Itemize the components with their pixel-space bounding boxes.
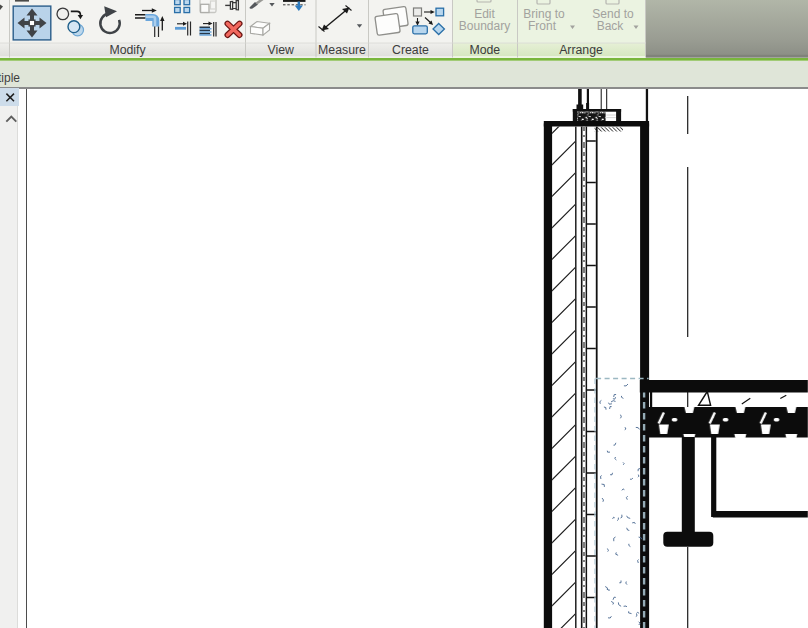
svg-text:Front: Front	[528, 19, 557, 33]
svg-text:Create: Create	[392, 43, 429, 57]
svg-text:Mode: Mode	[469, 43, 500, 57]
svg-text:Boundary: Boundary	[459, 19, 510, 33]
svg-text:Measure: Measure	[318, 43, 366, 57]
svg-text:Back: Back	[597, 19, 625, 33]
svg-text:View: View	[267, 43, 294, 57]
svg-text:Arrange: Arrange	[559, 43, 603, 57]
svg-text:Modify: Modify	[109, 43, 146, 57]
